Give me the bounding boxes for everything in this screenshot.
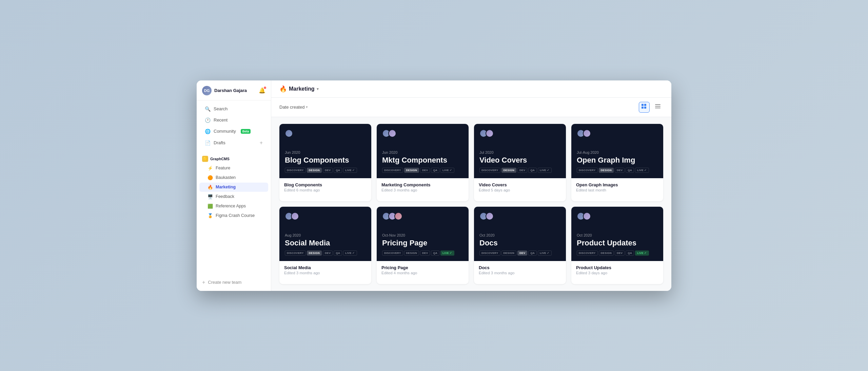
sidebar-item-baukasten[interactable]: 🟠 Baukasten xyxy=(199,173,268,182)
sidebar-item-reference-apps[interactable]: 🟩 Reference Apps xyxy=(199,202,268,211)
filter-bar: Date created ▾ xyxy=(271,98,671,117)
card-edited: Edited 3 days ago xyxy=(576,271,658,275)
tag-live: LIVE ✓ xyxy=(635,251,649,256)
tag-design: DESIGN xyxy=(501,168,516,173)
tag-live: LIVE ✓ xyxy=(635,168,649,173)
card-date: Aug 2020 xyxy=(285,233,366,237)
card-info: Blog Components Edited 6 months ago xyxy=(279,178,371,196)
card-tags: DISCOVERYDESIGNDEVQALIVE ✓ xyxy=(479,168,560,173)
sidebar-item-community-label: Community xyxy=(214,129,236,134)
notification-bell-icon[interactable]: 🔔 xyxy=(259,87,265,94)
project-card-product-updates[interactable]: Oct 2020 Product Updates DISCOVERYDESIGN… xyxy=(571,207,663,284)
tag-qa: QA xyxy=(528,168,537,173)
tag-design: DESIGN xyxy=(404,251,419,256)
user-name: Darshan Gajara xyxy=(214,88,247,93)
add-draft-icon[interactable]: + xyxy=(260,140,263,146)
card-avatar xyxy=(291,212,299,220)
card-body: Oct 2020 Product Updates DISCOVERYDESIGN… xyxy=(577,226,658,255)
date-filter[interactable]: Date created ▾ xyxy=(279,105,308,110)
reference-apps-icon: 🟩 xyxy=(208,204,213,209)
baukasten-label: Baukasten xyxy=(216,175,236,180)
create-team-button[interactable]: + Create new team xyxy=(197,274,271,291)
tag-dev: DEV xyxy=(517,251,527,256)
tag-discovery: DISCOVERY xyxy=(285,251,306,256)
card-preview: Oct-Nov 2020 Pricing Page DISCOVERYDESIG… xyxy=(377,207,469,261)
project-card-social-media[interactable]: Aug 2020 Social Media DISCOVERYDESIGNDEV… xyxy=(279,207,371,284)
app-window: DG Darshan Gajara 🔔 🔍 Search 🕐 Recent 🌐 … xyxy=(197,80,671,291)
tag-qa: QA xyxy=(334,168,342,173)
sidebar-item-feedback[interactable]: 🖥️ Feedback xyxy=(199,192,268,201)
grid-view-button[interactable] xyxy=(639,102,650,113)
card-date: Oct 2020 xyxy=(479,233,560,237)
sidebar-item-community[interactable]: 🌐 Community Beta xyxy=(199,126,268,137)
card-avatar xyxy=(583,212,591,220)
tag-live: LIVE ✓ xyxy=(343,251,357,256)
card-name: Video Covers xyxy=(479,182,561,187)
card-avatars xyxy=(479,129,560,137)
globe-icon: 🌐 xyxy=(205,129,210,134)
sidebar-item-recent[interactable]: 🕐 Recent xyxy=(199,115,268,126)
card-body: Oct 2020 Docs DISCOVERYDESIGNDEVQALIVE ✓ xyxy=(479,226,560,255)
tag-dev: DEV xyxy=(420,168,430,173)
svg-rect-4 xyxy=(655,104,660,105)
sidebar: DG Darshan Gajara 🔔 🔍 Search 🕐 Recent 🌐 … xyxy=(197,80,271,291)
card-title: Product Updates xyxy=(577,239,658,247)
card-avatars xyxy=(382,129,463,137)
view-toggles xyxy=(639,102,663,113)
search-icon: 🔍 xyxy=(205,106,210,112)
card-edited: Edited 5 days ago xyxy=(479,188,561,192)
sidebar-item-drafts[interactable]: 📄 Drafts + xyxy=(199,137,268,149)
card-edited: Edited 3 months ago xyxy=(479,271,561,275)
card-title: Social Media xyxy=(285,239,366,247)
card-avatar xyxy=(583,129,591,137)
card-avatars xyxy=(479,212,560,220)
project-card-mktg-components[interactable]: Jun 2020 Mktg Components DISCOVERYDESIGN… xyxy=(377,124,469,201)
tag-live: LIVE ✓ xyxy=(440,168,454,173)
sidebar-navigation: 🔍 Search 🕐 Recent 🌐 Community Beta 📄 Dra… xyxy=(197,100,271,152)
project-card-blog-components[interactable]: Jun 2020 Blog Components DISCOVERYDESIGN… xyxy=(279,124,371,201)
card-body: Jun 2020 Mktg Components DISCOVERYDESIGN… xyxy=(382,144,463,172)
tag-design: DESIGN xyxy=(599,168,614,173)
main-header: 🔥 Marketing ▾ xyxy=(271,80,671,98)
notification-dot xyxy=(264,87,266,89)
list-view-button[interactable] xyxy=(652,102,663,113)
card-tags: DISCOVERYDESIGNDEVQALIVE ✓ xyxy=(577,168,658,173)
card-title: Blog Components xyxy=(285,156,366,165)
card-edited: Edited 4 months ago xyxy=(381,271,464,275)
project-card-video-covers[interactable]: Jul 2020 Video Covers DISCOVERYDESIGNDEV… xyxy=(474,124,566,201)
card-name: Blog Components xyxy=(284,182,367,187)
tag-dev: DEV xyxy=(615,168,625,173)
marketing-label: Marketing xyxy=(216,185,236,189)
feature-icon: ⚡ xyxy=(208,166,213,171)
card-avatars xyxy=(285,212,366,220)
card-preview: Jun 2020 Mktg Components DISCOVERYDESIGN… xyxy=(377,124,469,178)
project-card-pricing-page[interactable]: Oct-Nov 2020 Pricing Page DISCOVERYDESIG… xyxy=(377,207,469,284)
tag-discovery: DISCOVERY xyxy=(479,251,500,256)
date-filter-chevron-icon: ▾ xyxy=(306,105,308,109)
grid-icon xyxy=(642,104,647,109)
team-section: 🟡 GraphCMS xyxy=(197,152,271,163)
card-tags: DISCOVERYDESIGNDEVQALIVE ✓ xyxy=(479,251,560,256)
card-tags: DISCOVERYDESIGNDEVQALIVE ✓ xyxy=(382,251,463,256)
team-icon: 🟡 xyxy=(202,156,208,162)
tag-qa: QA xyxy=(431,251,439,256)
sidebar-item-figma-crash-course[interactable]: 🏅 Figma Crash Course xyxy=(199,211,268,220)
feature-label: Feature xyxy=(216,166,230,170)
project-card-docs[interactable]: Oct 2020 Docs DISCOVERYDESIGNDEVQALIVE ✓… xyxy=(474,207,566,284)
tag-qa: QA xyxy=(626,251,634,256)
user-info[interactable]: DG Darshan Gajara xyxy=(202,86,247,95)
tag-design: DESIGN xyxy=(307,168,322,173)
team-section-label: 🟡 GraphCMS xyxy=(202,156,265,162)
page-title-area[interactable]: 🔥 Marketing ▾ xyxy=(279,85,319,93)
project-card-open-graph-img[interactable]: Jul-Aug 2020 Open Graph Img DISCOVERYDES… xyxy=(571,124,663,201)
tag-design: DESIGN xyxy=(307,251,322,256)
card-body: Jul-Aug 2020 Open Graph Img DISCOVERYDES… xyxy=(577,144,658,172)
avatar: DG xyxy=(202,86,212,95)
sidebar-item-marketing[interactable]: 🔥 Marketing xyxy=(199,183,268,192)
sidebar-item-feature[interactable]: ⚡ Feature xyxy=(199,164,268,173)
card-date: Jul-Aug 2020 xyxy=(577,150,658,154)
tag-dev: DEV xyxy=(615,251,625,256)
sidebar-item-search[interactable]: 🔍 Search xyxy=(199,104,268,114)
tag-discovery: DISCOVERY xyxy=(382,168,403,173)
card-tags: DISCOVERYDESIGNDEVQALIVE ✓ xyxy=(285,251,366,256)
